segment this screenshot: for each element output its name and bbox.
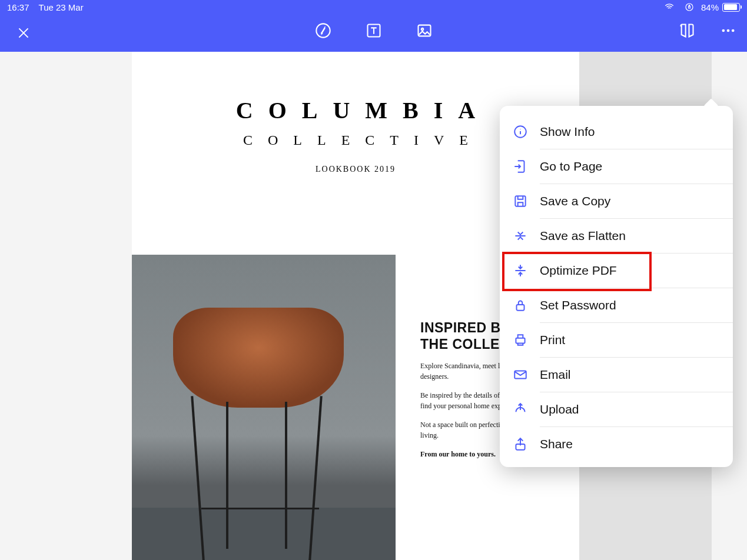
- svg-rect-9: [515, 196, 525, 206]
- menu-item-label: Go to Page: [540, 159, 602, 174]
- svg-rect-10: [517, 304, 524, 310]
- annotate-button[interactable]: [315, 22, 331, 39]
- top-bar: 16:37 Tue 23 Mar 84%: [0, 0, 747, 52]
- menu-item-label: Upload: [540, 402, 579, 416]
- battery-percent: 84%: [701, 2, 719, 12]
- status-bar: 16:37 Tue 23 Mar 84%: [0, 0, 747, 14]
- menu-item-save[interactable]: Save a Copy: [500, 184, 733, 218]
- menu-item-label: Email: [540, 368, 571, 382]
- svg-point-5: [722, 29, 725, 32]
- text-tool-button[interactable]: [366, 22, 382, 39]
- svg-point-4: [421, 28, 423, 31]
- more-button[interactable]: [720, 22, 736, 39]
- bookmarks-button[interactable]: [679, 22, 695, 39]
- menu-item-label: Print: [540, 333, 565, 347]
- svg-point-0: [686, 4, 693, 11]
- menu-item-print[interactable]: Print: [500, 322, 733, 357]
- menu-item-label: Save a Copy: [540, 194, 610, 208]
- battery-icon: [722, 3, 740, 12]
- orientation-lock-icon: [681, 0, 698, 15]
- status-time: 16:37: [7, 2, 29, 12]
- menu-item-label: Show Info: [540, 125, 595, 139]
- image-tool-button[interactable]: [416, 22, 433, 39]
- menu-item-upload[interactable]: Upload: [500, 392, 733, 426]
- menu-item-flatten[interactable]: Save as Flatten: [500, 218, 733, 253]
- toolbar: [0, 14, 747, 52]
- document-hero-image: [132, 255, 396, 560]
- flatten-icon: [513, 228, 528, 244]
- email-icon: [513, 367, 528, 382]
- status-date: Tue 23 Mar: [39, 2, 84, 12]
- share-icon: [513, 436, 528, 452]
- menu-item-goto-page[interactable]: Go to Page: [500, 149, 733, 184]
- menu-item-label: Optimize PDF: [540, 264, 617, 278]
- close-button[interactable]: [15, 25, 32, 41]
- menu-item-optimize[interactable]: Optimize PDF: [500, 253, 733, 288]
- optimize-icon: [513, 263, 528, 278]
- print-icon: [513, 332, 528, 348]
- menu-item-label: Set Password: [540, 298, 616, 312]
- svg-rect-3: [418, 25, 430, 36]
- goto-page-icon: [513, 159, 528, 174]
- menu-item-lock[interactable]: Set Password: [500, 288, 733, 322]
- wifi-icon: [661, 0, 678, 15]
- svg-point-6: [727, 29, 730, 32]
- upload-icon: [513, 402, 528, 417]
- menu-item-share[interactable]: Share: [500, 426, 733, 461]
- lock-icon: [513, 298, 528, 313]
- workspace: COLUMBIA COLLECTIVE LOOKBOOK 2019 INSPIR…: [0, 52, 747, 560]
- info-icon: [513, 124, 528, 139]
- menu-item-label: Share: [540, 437, 573, 451]
- menu-item-label: Save as Flatten: [540, 229, 626, 243]
- menu-item-email[interactable]: Email: [500, 357, 733, 392]
- more-actions-popover: Show InfoGo to PageSave a CopySave as Fl…: [500, 106, 733, 467]
- save-icon: [513, 194, 528, 209]
- svg-point-7: [732, 29, 735, 32]
- menu-item-info[interactable]: Show Info: [500, 114, 733, 149]
- svg-rect-11: [516, 338, 524, 343]
